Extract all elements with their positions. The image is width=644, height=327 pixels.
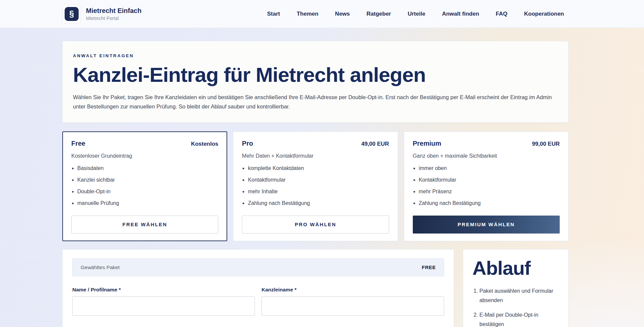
process-step: Paket auswählen und Formular absenden	[479, 286, 559, 305]
brand-logo-box: §	[62, 5, 81, 23]
nav-item-faq[interactable]: FAQ	[496, 11, 507, 17]
plan-price: Kostenlos	[191, 141, 218, 147]
brand-subtitle: Mietrecht Portal	[86, 16, 142, 21]
plan-feature: Double-Opt-in	[77, 189, 218, 195]
free-select-button[interactable]: FREE WÄHLEN	[71, 216, 218, 234]
plan-feature: immer oben	[419, 165, 560, 171]
kanzleiname-field-label: Kanzleiname *	[262, 287, 444, 293]
kanzleiname-field-group: Kanzleiname *	[262, 287, 444, 316]
hero-card: ANWALT EINTRAGEN Kanzlei-Eintrag für Mie…	[62, 41, 569, 123]
nav-item-anwalt-finden[interactable]: Anwalt finden	[442, 11, 479, 17]
plan-card-free[interactable]: Free Kostenlos Kostenloser Grundeintrag …	[62, 131, 227, 241]
plan-feature-list: Basisdaten Kanzlei sichtbar Double-Opt-i…	[71, 165, 218, 212]
process-steps: Paket auswählen und Formular absenden E-…	[472, 286, 559, 327]
site-header: § Mietrecht Einfach Mietrecht Portal Sta…	[0, 0, 644, 28]
plan-feature: Kanzlei sichtbar	[77, 177, 218, 183]
page-title: Kanzlei-Eintrag für Mietrecht anlegen	[73, 64, 558, 86]
signup-form-card: Gewähltes Paket FREE Name / Profilname *…	[62, 249, 454, 327]
plan-feature: mehr Inhalte	[248, 189, 389, 195]
process-title: Ablauf	[472, 257, 559, 279]
plan-name: Premium	[413, 140, 441, 147]
name-input[interactable]	[72, 296, 255, 316]
plan-feature-list: immer oben Kontaktformular mehr Präsenz …	[413, 165, 560, 212]
premium-select-button[interactable]: PREMIUM WÄHLEN	[413, 216, 560, 234]
plan-feature: Zahlung nach Bestätigung	[248, 200, 389, 206]
nav-item-news[interactable]: News	[335, 11, 350, 17]
plan-feature: Kontaktformular	[419, 177, 560, 183]
plan-tagline: Mehr Daten + Kontaktformular	[242, 153, 389, 159]
pricing-plans: Free Kostenlos Kostenloser Grundeintrag …	[62, 131, 569, 241]
name-field-group: Name / Profilname *	[72, 287, 255, 316]
brand[interactable]: § Mietrecht Einfach Mietrecht Portal	[62, 5, 142, 23]
nav-item-start[interactable]: Start	[267, 11, 280, 17]
page: § Mietrecht Einfach Mietrecht Portal Sta…	[0, 0, 644, 327]
nav-item-themen[interactable]: Themen	[297, 11, 318, 17]
nav-item-urteile[interactable]: Urteile	[408, 11, 425, 17]
selected-package-value: FREE	[422, 264, 436, 270]
plan-card-pro[interactable]: Pro 49,00 EUR Mehr Daten + Kontaktformul…	[233, 131, 398, 241]
plan-feature: mehr Präsenz	[419, 189, 560, 195]
plan-feature: manuelle Prüfung	[77, 200, 218, 206]
bottom-row: Gewähltes Paket FREE Name / Profilname *…	[62, 249, 569, 327]
plan-price: 99,00 EUR	[532, 141, 560, 147]
plan-name: Pro	[242, 140, 253, 147]
name-field-label: Name / Profilname *	[72, 287, 255, 293]
process-card: Ablauf Paket auswählen und Formular abse…	[463, 249, 569, 327]
plan-tagline: Ganz oben + maximale Sichtbarkeit	[413, 153, 560, 159]
hero-eyebrow: ANWALT EINTRAGEN	[73, 53, 558, 58]
plan-feature-list: komplette Kontaktdaten Kontaktformular m…	[242, 165, 389, 212]
plan-feature: Basisdaten	[77, 165, 218, 171]
hero-description: Wählen Sie Ihr Paket, tragen Sie Ihre Ka…	[73, 92, 558, 111]
plan-feature: Zahlung nach Bestätigung	[419, 200, 560, 206]
kanzleiname-input[interactable]	[262, 296, 444, 316]
plan-tagline: Kostenloser Grundeintrag	[71, 153, 218, 159]
main-nav: Start Themen News Ratgeber Urteile Anwal…	[267, 11, 564, 17]
brand-text: Mietrecht Einfach Mietrecht Portal	[86, 7, 142, 21]
nav-item-kooperationen[interactable]: Kooperationen	[524, 11, 564, 17]
plan-card-premium[interactable]: Premium 99,00 EUR Ganz oben + maximale S…	[404, 131, 569, 241]
paragraph-icon: §	[65, 7, 79, 21]
brand-name: Mietrecht Einfach	[86, 7, 142, 15]
nav-item-ratgeber[interactable]: Ratgeber	[366, 11, 391, 17]
plan-head: Free Kostenlos	[71, 140, 218, 147]
process-step: E-Mail per Double-Opt-in bestätigen	[479, 310, 559, 327]
selected-package-bar: Gewähltes Paket FREE	[72, 258, 444, 276]
paragraph-glyph: §	[69, 9, 74, 19]
pro-select-button[interactable]: PRO WÄHLEN	[242, 216, 389, 234]
plan-name: Free	[71, 140, 85, 147]
plan-head: Pro 49,00 EUR	[242, 140, 389, 147]
plan-feature: Kontaktformular	[248, 177, 389, 183]
main-content: ANWALT EINTRAGEN Kanzlei-Eintrag für Mie…	[62, 41, 569, 327]
plan-head: Premium 99,00 EUR	[413, 140, 560, 147]
selected-package-label: Gewähltes Paket	[81, 264, 120, 270]
plan-price: 49,00 EUR	[361, 141, 389, 147]
form-fields-row: Name / Profilname * Kanzleiname *	[72, 287, 444, 316]
plan-feature: komplette Kontaktdaten	[248, 165, 389, 171]
